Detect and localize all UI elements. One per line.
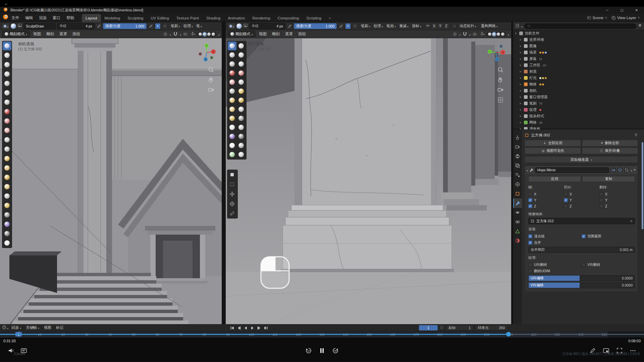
modifier-name-field[interactable]: Hops Mirror xyxy=(535,167,609,173)
material-shading-icon[interactable] xyxy=(497,33,500,36)
strength-slider[interactable]: 强度/力度1.000 xyxy=(294,23,337,29)
outliner-item-8[interactable]: ▸物体 xyxy=(513,81,644,87)
expand-collapse-button[interactable]: 展开/折叠 xyxy=(582,147,638,154)
previous-keyframe-icon[interactable] xyxy=(237,326,241,330)
sculpt-brush-22[interactable] xyxy=(237,132,246,141)
workspace-tab-uv-editing[interactable]: UV Editing xyxy=(147,14,173,22)
sculpt-brush-12[interactable] xyxy=(3,145,11,154)
modifier-copy-button[interactable]: 复制 xyxy=(582,176,635,182)
overlays-icon[interactable] xyxy=(183,32,188,37)
properties-tab-render[interactable] xyxy=(513,142,522,152)
pin-icon[interactable] xyxy=(634,133,638,137)
popover-2[interactable]: 纹理 xyxy=(182,23,195,28)
modifier-extras-icon[interactable] xyxy=(631,167,632,173)
outliner-item-11[interactable]: ▸笔刷70 xyxy=(513,100,644,107)
frame-end-field[interactable]: 结束点250 xyxy=(475,325,507,330)
sculpt-brush-22[interactable] xyxy=(3,239,11,247)
texture-checkbox-1[interactable]: U向翻转 xyxy=(528,261,582,268)
move-tool[interactable] xyxy=(228,190,236,198)
filter-icon[interactable] xyxy=(638,23,642,29)
properties-tab-material[interactable] xyxy=(513,236,522,245)
transform-tool[interactable] xyxy=(228,199,236,208)
play-reverse-icon[interactable] xyxy=(244,326,248,330)
outliner-item-3[interactable]: ▸场景 xyxy=(513,49,644,56)
popover-3[interactable]: 笔画 xyxy=(385,23,397,28)
active-brush-icon[interactable] xyxy=(236,23,242,29)
viewport-menu-1[interactable]: 视图 xyxy=(31,32,44,37)
gizmos-icon[interactable] xyxy=(190,32,195,37)
annotate-tool[interactable] xyxy=(228,209,236,218)
sculpt-brush-25[interactable] xyxy=(228,150,236,159)
mirror-axis-y[interactable]: Y xyxy=(437,23,443,29)
sculpt-brush-3[interactable] xyxy=(228,51,236,59)
outliner-search-input[interactable] xyxy=(524,23,636,29)
editmode-toggle-icon[interactable] xyxy=(624,168,629,173)
popover-4[interactable]: 衰减 xyxy=(397,23,410,28)
mirror-object-field[interactable]: 立方体.012 ✕ xyxy=(528,218,635,224)
delete-all-button[interactable]: ✕ 删除全部 xyxy=(582,140,638,146)
next-keyframe-icon[interactable] xyxy=(257,326,261,330)
solid-shading-icon[interactable] xyxy=(203,33,206,36)
video-progress-played[interactable] xyxy=(0,334,508,335)
outliner-root-row[interactable]: ▾当前文件 xyxy=(513,30,644,37)
properties-tab-output[interactable] xyxy=(513,152,522,161)
play-icon[interactable] xyxy=(250,326,255,330)
solid-shading-icon[interactable] xyxy=(492,33,496,36)
sculpt-brush-20[interactable] xyxy=(3,220,11,229)
snap-magnet-icon[interactable] xyxy=(173,32,178,37)
popover-1[interactable]: 笔刷 xyxy=(169,23,182,28)
editor-type-button[interactable] xyxy=(2,23,9,29)
sculpt-brush-6[interactable] xyxy=(237,60,246,68)
sculpt-brush-16[interactable] xyxy=(3,182,11,191)
forward-30-button[interactable]: 30 xyxy=(330,346,340,356)
radius-field[interactable]: 半径4 px xyxy=(249,23,285,29)
current-frame-field[interactable]: 1 xyxy=(419,325,438,330)
axis-checkbox-y[interactable]: Y xyxy=(564,197,599,203)
timeline-menu-4[interactable]: 标记 xyxy=(54,325,66,330)
option-checkbox-2[interactable]: 范围裁剪 xyxy=(582,233,635,239)
viewport-menu-2[interactable]: 雕刻 xyxy=(44,32,57,37)
axis-checkbox-x[interactable]: X xyxy=(564,191,599,197)
sculpt-brush-7[interactable] xyxy=(228,69,236,77)
outliner-item-1[interactable]: ▸世界环境 xyxy=(513,37,644,43)
clear-object-icon[interactable]: ✕ xyxy=(630,220,633,223)
axis-checkbox-y[interactable]: Y xyxy=(528,197,564,203)
properties-scrollbar[interactable] xyxy=(642,142,643,229)
zoom-icon[interactable] xyxy=(208,66,214,73)
axis-checkbox-x[interactable]: X xyxy=(599,191,635,197)
brush-datablock-icon[interactable] xyxy=(17,23,22,29)
jump-to-start-icon[interactable] xyxy=(230,326,234,330)
direction-subtract-button[interactable]: − xyxy=(352,23,358,29)
sculpt-brush-7[interactable] xyxy=(3,98,11,107)
scene-selector[interactable]: Scene ✕ xyxy=(586,16,609,20)
brush-datablock-icon[interactable] xyxy=(243,23,248,29)
viewport-menu-1[interactable]: 视图 xyxy=(256,32,269,37)
rewind-10-button[interactable]: 10 xyxy=(304,346,314,356)
sculpt-brush-19[interactable] xyxy=(228,123,236,132)
zoom-icon[interactable] xyxy=(497,66,504,73)
maximize-button[interactable]: ▢ xyxy=(614,7,629,13)
sculpt-brush-8[interactable] xyxy=(3,107,11,116)
render-toggle-icon[interactable] xyxy=(610,168,616,173)
sculpt-brush-5[interactable] xyxy=(228,60,236,68)
remesh-popover[interactable]: 重构网格 xyxy=(479,23,499,28)
snap-magnet-icon[interactable] xyxy=(462,32,468,37)
sculpt-brush-14[interactable] xyxy=(237,96,246,105)
strength-slider[interactable]: 强度/力度1.000 xyxy=(103,23,147,29)
sculpt-brush-9[interactable] xyxy=(3,117,11,125)
view-visibility-button[interactable]: 视图可见性 xyxy=(525,147,581,154)
sculpt-brush-5[interactable] xyxy=(3,79,11,88)
sculpt-brush-15[interactable] xyxy=(228,105,236,114)
outliner-item-12[interactable]: ▸纹理 xyxy=(513,107,644,113)
properties-tab-object-data[interactable] xyxy=(513,227,522,236)
mode-dropdown[interactable]: 雕刻模式 xyxy=(2,31,30,37)
sculpt-brush-2[interactable] xyxy=(237,42,246,50)
editor-divider[interactable] xyxy=(222,22,226,338)
gizmos-icon[interactable] xyxy=(479,32,485,37)
mirror-axis-x[interactable]: X xyxy=(431,23,437,29)
overlays-icon[interactable] xyxy=(472,32,478,37)
direction-add-button[interactable]: + xyxy=(155,23,161,29)
box-hide-tool[interactable] xyxy=(228,180,236,189)
video-progress-remaining[interactable] xyxy=(508,334,644,335)
sculpt-brush-12[interactable] xyxy=(237,87,246,96)
